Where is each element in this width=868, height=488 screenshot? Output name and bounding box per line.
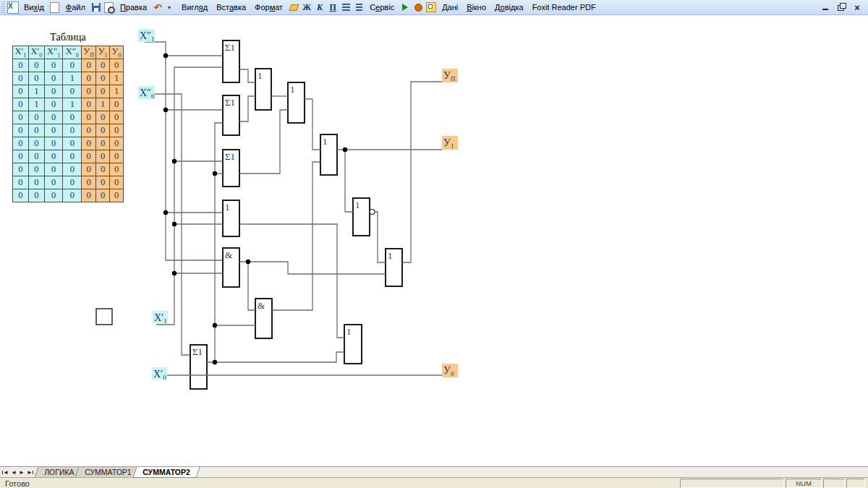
truth-table-row: 0100001 [13,85,124,98]
menu-довідка[interactable]: Довідка [490,1,528,13]
truth-table: X′1X′0X″1X″0УПУ1У00000000000100101000010… [12,46,124,202]
truth-table-cell: 0 [28,163,44,176]
menu-формат[interactable]: Формат [250,1,287,13]
svg-text:1: 1 [388,250,393,261]
junction-dot [343,147,347,152]
gate-xor-m: Σ1 [190,345,207,389]
worksheet-area[interactable]: Σ111Σ1Σ111&11&1Σ1X″1X″0X′1X′0УПУ1У0 Табл… [0,15,868,466]
truth-table-header: X″0 [63,46,82,59]
output-y1-label: У1 [442,136,458,150]
input-x2-1-label: X″1 [138,29,155,43]
application-window: XВихідФайлПравка↶▾ВиглядВставкаФорматЖКП… [0,0,868,488]
truth-table-cell: 0 [13,98,29,111]
menu-вставка[interactable]: Вставка [212,1,250,13]
wire [272,162,320,310]
truth-table-cell: 0 [13,124,29,137]
menu-вигляд[interactable]: Вигляд [177,1,212,13]
menu-вихід[interactable]: Вихід [20,1,48,13]
truth-table-cell: 0 [44,111,63,124]
truth-table-cell: 0 [82,59,96,72]
format-brush-icon[interactable] [288,1,299,13]
truth-table-cell: 0 [44,137,63,150]
svg-text:1: 1 [225,202,230,213]
menu-дані[interactable]: Дані [438,1,462,13]
gate-or-l: 1 [344,325,362,364]
truth-table-row: 0001001 [13,72,124,85]
window-controls: × [820,2,868,12]
truth-table-cell: 0 [28,189,44,202]
status-panel [823,479,845,488]
gate-or-f: 1 [320,134,337,175]
run-macro-icon[interactable] [399,1,411,13]
menu-правка[interactable]: Правка [116,1,151,13]
truth-table-row: 0000000 [13,163,124,176]
align-left-icon[interactable] [340,1,352,13]
bold-icon[interactable]: Ж [301,1,312,13]
truth-table-cell: 0 [82,189,96,202]
last-sheet-button[interactable]: ► [26,469,33,476]
close-button[interactable]: × [852,2,862,12]
toolbar-grip[interactable] [1,1,5,13]
truth-table-cell: 0 [63,59,82,72]
prev-sheet-button[interactable]: ◄ [10,469,17,476]
status-panel [680,479,784,488]
first-sheet-button[interactable]: ◄ [2,469,9,476]
menu-вікно[interactable]: Вікно [462,1,490,13]
truth-table-header: УП [82,46,96,59]
wire [239,110,288,174]
truth-table-cell: 0 [13,72,29,85]
truth-table-cell: 0 [96,72,110,85]
truth-table-cell: 0 [44,85,63,98]
wizard-icon[interactable] [425,1,437,13]
menu-файл[interactable]: Файл [61,1,90,13]
gate-not-i: 1 [353,198,375,236]
truth-table-cell: 0 [82,111,96,124]
truth-table-header: X″1 [44,46,63,59]
align-center-icon[interactable] [353,1,365,13]
italic-icon[interactable]: К [314,1,326,13]
gate-or-g: 1 [223,200,239,236]
undo-icon[interactable]: ↶ [152,1,163,13]
truth-table-cell: 0 [44,59,63,72]
underline-icon[interactable]: П [327,1,339,13]
sheet-tab-bar: ◄◄►► ЛОГИКАСУММАТОР1СУММАТОР2 [0,466,868,478]
status-panels: NUM [680,479,868,488]
truth-table-cell: 0 [110,137,124,150]
truth-table-cell: 0 [82,85,96,98]
truth-table-cell: 0 [44,150,63,163]
junction-dot [163,108,168,112]
truth-table-cell: 1 [110,85,124,98]
truth-table-cell: 0 [82,124,96,137]
truth-table-title: Таблица [12,30,124,46]
save-icon[interactable] [90,1,102,13]
record-macro-icon[interactable] [412,1,424,13]
sheet-tab-сумматор1[interactable]: СУММАТОР1 [75,467,141,478]
svg-text:1: 1 [355,200,360,210]
status-ready-text: Готово [0,479,30,488]
truth-table-header: У1 [96,46,110,59]
new-document-icon[interactable] [49,1,61,13]
truth-table-cell: 0 [110,98,124,111]
menu-сервіс[interactable]: Сервіс [365,1,399,13]
menu-foxit-reader-pdf[interactable]: Foxit Reader PDF [528,1,600,13]
input-x1-0-label: X′0 [152,367,167,381]
dropdown-arrow-icon[interactable]: ▾ [165,1,176,13]
gate-or-b: 1 [255,69,271,110]
restore-button[interactable] [836,2,846,12]
next-sheet-button[interactable]: ► [18,469,25,476]
app-icon[interactable]: X [7,1,19,13]
sheet-tab-label: СУММАТОР1 [85,468,132,476]
truth-table-cell: 0 [13,176,29,189]
gate-or-c: 1 [288,82,305,123]
wire [305,99,320,150]
sheet-navigation: ◄◄►► [0,467,36,478]
svg-text:Σ1: Σ1 [192,346,203,357]
sheet-tab-сумматор2[interactable]: СУММАТОР2 [133,467,200,478]
print-preview-icon[interactable] [103,1,115,13]
minimize-button[interactable] [820,2,830,12]
truth-table-cell: 0 [44,176,63,189]
svg-text:Σ1: Σ1 [225,97,235,108]
gate-or-j: 1 [386,249,402,286]
junction-dot [213,171,217,176]
junction-dot [246,260,250,264]
